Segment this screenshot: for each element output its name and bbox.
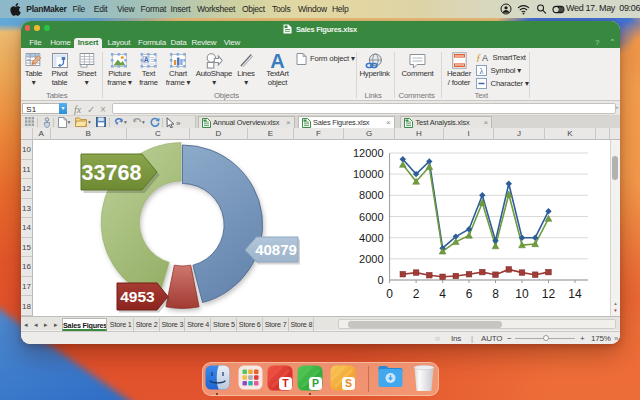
svg-text:ƒ: ƒ (476, 52, 481, 62)
svg-text:P: P (311, 377, 318, 389)
svg-text:8: 8 (492, 287, 499, 301)
svg-text:10: 10 (515, 287, 529, 301)
svg-text:14: 14 (568, 287, 582, 301)
svg-text:2: 2 (413, 287, 420, 301)
svg-text:4000: 4000 (359, 232, 383, 244)
svg-text:33768: 33768 (82, 161, 142, 185)
svg-text:0: 0 (386, 287, 393, 301)
svg-text:S: S (345, 377, 352, 389)
svg-text:4953: 4953 (120, 288, 155, 305)
svg-text:4: 4 (439, 287, 446, 301)
svg-text:12000: 12000 (353, 147, 384, 159)
svg-text:6: 6 (466, 287, 473, 301)
svg-text:10000: 10000 (353, 168, 384, 180)
svg-text:6000: 6000 (359, 211, 383, 223)
svg-text:12: 12 (542, 287, 556, 301)
svg-text:2000: 2000 (359, 253, 383, 265)
svg-text:8000: 8000 (359, 189, 383, 201)
svg-text:A: A (143, 56, 148, 63)
svg-text:0: 0 (377, 274, 383, 286)
svg-text:A: A (482, 53, 488, 62)
svg-text:T: T (282, 377, 289, 389)
svg-text:40879: 40879 (255, 241, 297, 258)
